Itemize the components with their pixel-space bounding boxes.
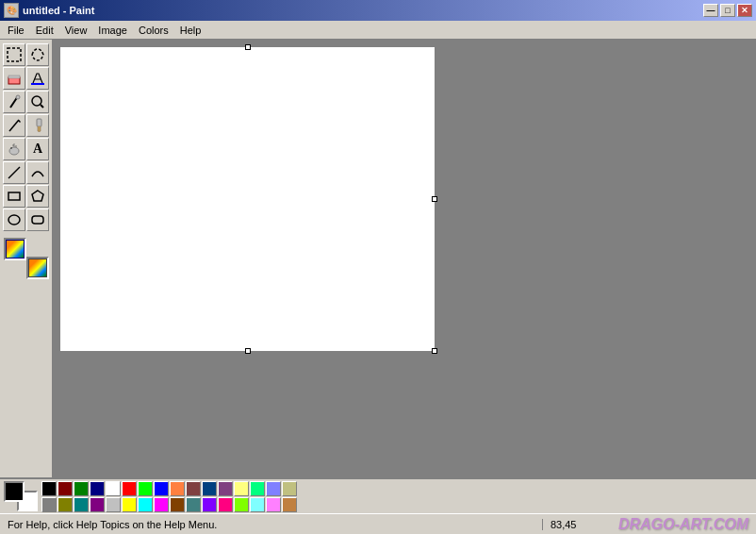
color-swatch[interactable] <box>250 497 265 512</box>
svg-rect-17 <box>8 192 20 200</box>
background-swatch[interactable] <box>26 257 49 279</box>
paint-canvas[interactable] <box>60 47 435 351</box>
color-swatch[interactable] <box>154 481 169 496</box>
close-button[interactable]: ✕ <box>737 4 752 17</box>
text-tool[interactable]: A <box>26 138 49 160</box>
color-swatch[interactable] <box>58 481 73 496</box>
ellipse-tool[interactable] <box>3 209 25 231</box>
color-swatch[interactable] <box>266 481 281 496</box>
pencil-tool[interactable] <box>3 114 25 137</box>
color-swatch[interactable] <box>138 481 153 496</box>
resize-handle-bottom-right[interactable] <box>432 348 437 354</box>
resize-handle-right[interactable] <box>432 196 437 202</box>
color-swatch[interactable] <box>250 481 265 496</box>
tool-row-8 <box>3 209 49 231</box>
airbrush-tool[interactable] <box>3 138 25 160</box>
color-swatch[interactable] <box>90 497 105 512</box>
menu-item-file[interactable]: File <box>2 23 30 38</box>
toolbar: A <box>0 40 53 477</box>
title-left: 🎨 untitled - Paint <box>4 3 94 18</box>
svg-point-5 <box>16 95 20 99</box>
status-bar: For Help, click Help Topics on the Help … <box>0 513 756 534</box>
polygon-tool[interactable] <box>26 185 49 208</box>
menu-item-image[interactable]: Image <box>92 23 133 38</box>
color-swatch[interactable] <box>282 481 297 496</box>
line-tool[interactable] <box>3 161 25 184</box>
resize-handle-bottom[interactable] <box>245 348 251 354</box>
menu-item-colors[interactable]: Colors <box>133 23 174 38</box>
color-swatch[interactable] <box>106 481 121 496</box>
pick-color-tool[interactable] <box>3 91 25 113</box>
app-icon: 🎨 <box>4 3 19 18</box>
color-swatch[interactable] <box>90 481 105 496</box>
main-content: A <box>0 40 756 477</box>
color-swatch[interactable] <box>154 497 169 512</box>
svg-point-15 <box>12 144 14 146</box>
svg-rect-3 <box>31 83 44 85</box>
color-swatch[interactable] <box>186 497 201 512</box>
title-buttons: — □ ✕ <box>703 4 752 17</box>
color-swatch[interactable] <box>138 497 153 512</box>
rounded-rect-tool[interactable] <box>26 209 49 231</box>
svg-point-13 <box>10 147 12 149</box>
svg-point-14 <box>15 145 17 147</box>
title-text: untitled - Paint <box>23 5 94 16</box>
color-swatch[interactable] <box>41 497 57 512</box>
menu-item-view[interactable]: View <box>59 23 93 38</box>
color-swatch[interactable] <box>202 497 217 512</box>
color-swatch[interactable] <box>234 481 249 496</box>
color-preview-area <box>2 238 51 279</box>
tool-row-5: A <box>3 138 49 160</box>
coords-display: 83,45 <box>543 519 618 530</box>
color-swatch[interactable] <box>266 497 281 512</box>
rect-tool[interactable] <box>3 185 25 208</box>
canvas-wrapper <box>60 47 435 351</box>
color-swatch[interactable] <box>122 497 137 512</box>
svg-rect-2 <box>8 75 20 78</box>
tool-row-1 <box>3 43 49 66</box>
color-swatch[interactable] <box>218 497 233 512</box>
svg-rect-19 <box>32 216 43 224</box>
svg-line-8 <box>9 120 19 131</box>
fill-tool[interactable] <box>26 67 49 90</box>
svg-rect-10 <box>37 119 41 126</box>
color-swatch[interactable] <box>74 481 89 496</box>
brush-tool[interactable] <box>26 114 49 137</box>
fg-bg-indicator <box>4 481 38 511</box>
color-swatch[interactable] <box>58 497 73 512</box>
eraser-tool[interactable] <box>3 67 25 90</box>
resize-handle-top[interactable] <box>245 44 251 50</box>
status-text: For Help, click Help Topics on the Help … <box>0 519 543 530</box>
tool-row-7 <box>3 185 49 208</box>
color-swatch[interactable] <box>234 497 249 512</box>
svg-line-16 <box>8 167 20 178</box>
tool-row-6 <box>3 161 49 184</box>
tool-row-3 <box>3 91 49 113</box>
color-swatch[interactable] <box>282 497 297 512</box>
color-swatch[interactable] <box>186 481 201 496</box>
menu-item-edit[interactable]: Edit <box>30 23 59 38</box>
svg-line-7 <box>41 105 43 108</box>
tool-row-2 <box>3 67 49 90</box>
color-swatch[interactable] <box>218 481 233 496</box>
magnifier-tool[interactable] <box>26 91 49 113</box>
color-swatch[interactable] <box>170 481 185 496</box>
title-bar: 🎨 untitled - Paint — □ ✕ <box>0 0 756 21</box>
color-swatch[interactable] <box>106 497 121 512</box>
canvas-area[interactable] <box>53 40 756 477</box>
maximize-button[interactable]: □ <box>720 4 735 17</box>
foreground-swatch[interactable] <box>4 238 26 260</box>
menu-item-help[interactable]: Help <box>174 23 207 38</box>
svg-point-6 <box>32 96 41 106</box>
minimize-button[interactable]: — <box>703 4 718 17</box>
foreground-color[interactable] <box>4 481 25 502</box>
select-free-tool[interactable] <box>26 43 49 66</box>
color-swatch[interactable] <box>74 497 89 512</box>
color-swatch[interactable] <box>170 497 185 512</box>
watermark: DRAGO-ART.COM <box>618 516 756 533</box>
color-swatch[interactable] <box>122 481 137 496</box>
select-rect-tool[interactable] <box>3 43 25 66</box>
color-swatch[interactable] <box>202 481 217 496</box>
color-swatch[interactable] <box>41 481 57 496</box>
curve-tool[interactable] <box>26 161 49 184</box>
